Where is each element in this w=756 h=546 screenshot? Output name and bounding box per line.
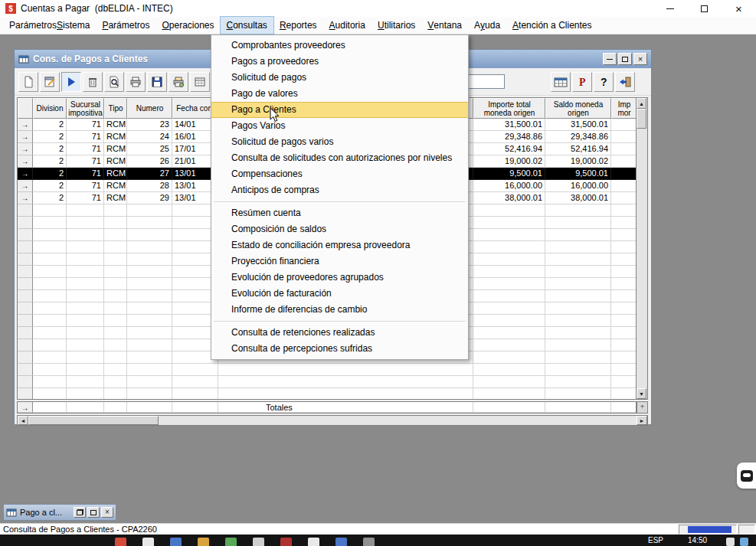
menu-item-consulta-de-retenciones-realizadas[interactable]: Consulta de retenciones realizadas <box>211 325 468 341</box>
menu-item-comprobantes-proveedores[interactable]: Comprobantes proveedores <box>211 38 468 54</box>
menu-item-pagos-varios[interactable]: Pagos Varios <box>211 118 468 134</box>
menubar-item-reportes[interactable]: Reportes <box>273 17 323 34</box>
maximize-button[interactable] <box>687 0 722 17</box>
menu-item-compensaciones[interactable]: Compensaciones <box>211 166 468 182</box>
tray-icon[interactable] <box>726 538 735 546</box>
help-button[interactable]: ? <box>594 72 614 92</box>
child-minimize-button[interactable] <box>603 53 617 65</box>
taskbar-icon[interactable] <box>115 538 126 546</box>
print-button[interactable] <box>126 72 146 92</box>
cell-imp <box>611 290 637 302</box>
column-header-numero[interactable]: Numero <box>127 98 172 119</box>
taskbar-icon[interactable] <box>253 538 264 546</box>
minimized-window-pago[interactable]: Pago a cl... × <box>3 504 116 521</box>
taskbar-icon[interactable] <box>225 538 237 546</box>
menubar-item-utilitarios[interactable]: Utilitarios <box>371 17 421 34</box>
menubar-item-parametros[interactable]: Parámetros <box>96 17 155 34</box>
cell-division <box>33 376 67 388</box>
taskbar-icon[interactable] <box>142 538 154 546</box>
menubar-item-parametros-sistema[interactable]: Parámetros Sistema <box>3 17 96 34</box>
menu-item-consulta-de-solicitudes-con-autorizaciones-por-niveles[interactable]: Consulta de solicitudes con autorizacion… <box>211 150 468 166</box>
cell-division <box>33 253 67 266</box>
menu-item-solicitud-de-pagos[interactable]: Solicitud de pagos <box>211 70 468 86</box>
new-icon <box>22 76 34 88</box>
menubar-item-ventana[interactable]: Ventana <box>421 17 468 34</box>
menu-item-estado-de-conciliacion-empresa-proveedora[interactable]: Estado de conciliación empresa proveedor… <box>211 237 468 253</box>
print-icon <box>129 76 142 88</box>
export-button[interactable] <box>190 72 210 92</box>
menubar-item-ayuda[interactable]: Ayuda <box>468 17 506 34</box>
column-header-imp[interactable]: Imp mor <box>611 98 637 119</box>
menu-item-anticipos-de-compras[interactable]: Anticipos de compras <box>211 182 468 198</box>
child-close-button[interactable]: × <box>633 53 647 65</box>
table-button[interactable] <box>551 72 571 92</box>
cell-importe <box>473 302 545 315</box>
taskbar-icon[interactable] <box>335 538 347 546</box>
new-button[interactable] <box>18 72 38 92</box>
print-setup-button[interactable] <box>169 72 188 92</box>
vertical-scroll-thumb[interactable] <box>637 109 646 129</box>
taskbar-icon[interactable] <box>308 538 319 546</box>
menubar-item-consultas[interactable]: Consultas <box>221 17 273 34</box>
menu-item-proyeccion-financiera[interactable]: Proyección financiera <box>211 253 468 270</box>
cell-tipo <box>104 241 127 253</box>
vertical-scrollbar[interactable] <box>637 97 648 400</box>
scroll-up-icon[interactable] <box>637 98 646 109</box>
cell-numero: 23 <box>127 119 172 131</box>
cell-importe <box>473 278 545 290</box>
scroll-right-icon[interactable] <box>637 416 647 425</box>
menu-item-composicion-de-saldos[interactable]: Composición de saldos <box>211 221 468 237</box>
language-indicator[interactable]: ESP <box>648 536 663 544</box>
chat-widget[interactable] <box>737 463 756 489</box>
menu-item-informe-de-diferencias-de-cambio[interactable]: Informe de diferencias de cambio <box>211 302 468 318</box>
menubar-item-operaciones[interactable]: Operaciones <box>155 17 220 34</box>
minimize-button[interactable] <box>653 0 687 17</box>
menu-item-pago-a-clientes[interactable]: Pago a Clientes <box>211 102 468 118</box>
clock[interactable]: 14:50 <box>688 536 707 544</box>
menu-item-evolucion-de-proveedores-agrupados[interactable]: Evolución de proveedores agrupados <box>211 270 468 286</box>
menu-item-resumen-cuenta[interactable]: Resúmen cuenta <box>211 205 468 221</box>
column-header-importe[interactable]: Importe total moneda origen <box>473 98 545 119</box>
totals-cell-tipo <box>104 402 127 413</box>
taskbar-icon[interactable] <box>170 538 182 546</box>
delete-button[interactable] <box>83 72 103 92</box>
cell-division <box>33 278 67 290</box>
menubar-item-auditoria[interactable]: Auditoria <box>323 17 371 34</box>
scroll-left-icon[interactable] <box>18 416 28 425</box>
cell-tipo <box>104 217 127 229</box>
edit-icon <box>44 76 56 88</box>
close-button[interactable]: × <box>101 507 113 518</box>
column-header-saldo[interactable]: Saldo moneda origen <box>545 98 611 119</box>
exit-button[interactable] <box>615 72 635 92</box>
currency-p-button[interactable]: P <box>572 72 592 92</box>
minimize-icon <box>607 59 613 60</box>
run-button[interactable] <box>61 72 81 92</box>
child-maximize-button[interactable] <box>618 53 632 65</box>
horizontal-scrollbar[interactable] <box>17 415 648 426</box>
cell-marker <box>18 388 33 400</box>
menu-item-solicitud-de-pagos-varios[interactable]: Solicitud de pagos varios <box>211 134 468 150</box>
column-header-tipo[interactable]: Tipo <box>104 98 127 119</box>
maximize-button[interactable] <box>87 507 100 518</box>
scroll-down-icon[interactable] <box>637 388 646 399</box>
menubar-item-atencion-a-clientes[interactable]: Atención a Clientes <box>506 17 597 34</box>
menu-item-pagos-a-proveedores[interactable]: Pagos a proveedores <box>211 54 468 70</box>
menu-item-evolucion-de-facturacion[interactable]: Evolución de facturación <box>211 286 468 302</box>
cell-division <box>33 290 67 302</box>
tray-icon[interactable] <box>740 538 748 546</box>
column-header-sucursal[interactable]: Sucursal impositiva <box>67 98 104 119</box>
column-header-division[interactable]: Division <box>33 98 67 119</box>
menu-item-consulta-de-percepciones-sufridas[interactable]: Consulta de percepciones sufridas <box>211 341 468 357</box>
taskbar-icon[interactable] <box>363 538 375 546</box>
cell-imp <box>611 192 637 204</box>
save-button[interactable] <box>147 72 167 92</box>
close-button[interactable]: × <box>722 0 756 17</box>
column-header-marker[interactable] <box>18 98 33 119</box>
menu-item-pago-de-valores[interactable]: Pago de valores <box>211 86 468 102</box>
horizontal-scroll-thumb[interactable] <box>28 416 159 425</box>
edit-button[interactable] <box>40 72 60 92</box>
restore-button[interactable] <box>74 507 86 518</box>
preview-button[interactable] <box>104 72 124 92</box>
taskbar-icon[interactable] <box>280 538 292 546</box>
taskbar-icon[interactable] <box>198 538 209 546</box>
